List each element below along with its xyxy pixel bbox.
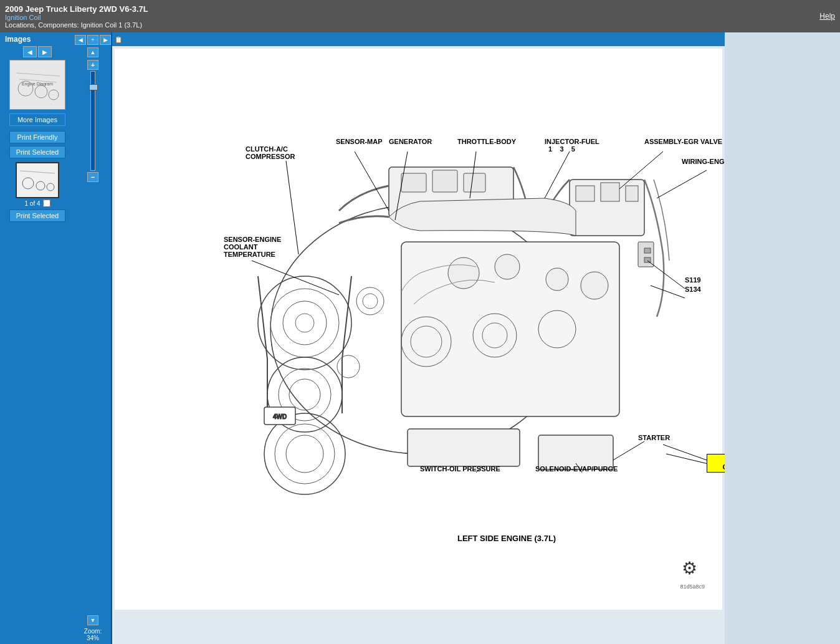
zoom-label-text: Zoom:	[84, 628, 102, 635]
label-left-side-engine: LEFT SIDE ENGINE (3.7L)	[457, 534, 556, 543]
svg-line-59	[545, 151, 570, 198]
label-throttle-body: THROTTLE-BODY	[457, 138, 516, 145]
svg-rect-44	[538, 435, 613, 469]
svg-rect-45	[638, 242, 654, 267]
title-bar: 2009 Jeep Truck Liberty 2WD V6-3.7L Igni…	[0, 0, 840, 32]
diagram-header: 📋	[112, 32, 725, 46]
gear-icon: ⚙	[682, 558, 697, 579]
svg-line-55	[286, 161, 298, 254]
svg-point-21	[275, 424, 335, 484]
title-bar-title: 2009 Jeep Truck Liberty 2WD V6-3.7L	[5, 4, 148, 14]
svg-rect-36	[601, 183, 619, 201]
svg-rect-31	[401, 173, 426, 192]
diagram-header-icon: 📋	[115, 36, 122, 43]
title-bar-category: Ignition Coil	[5, 14, 148, 21]
label-wiring-engine: WIRING-ENGINE	[682, 158, 725, 165]
svg-rect-47	[644, 257, 651, 262]
label-assembly-egr: ASSEMBLY-EGR VALVE	[644, 138, 722, 145]
label-generator: GENERATOR	[389, 138, 432, 145]
engine-svg-container: 4WD	[121, 55, 716, 603]
svg-rect-46	[644, 248, 651, 253]
page-select-checkbox[interactable]	[43, 199, 50, 207]
label-sensor-map: SENSOR-MAP	[336, 138, 383, 145]
svg-rect-33	[464, 173, 485, 192]
nav-forward-btn[interactable]: ▶	[100, 35, 111, 45]
svg-point-29	[337, 355, 360, 378]
zoom-slider-container: + −	[87, 60, 98, 615]
pan-down-controls: ▼	[87, 615, 98, 625]
prev-arrow-btn[interactable]: ◀	[23, 46, 37, 57]
svg-point-39	[448, 257, 479, 289]
svg-rect-32	[432, 170, 457, 192]
svg-point-22	[286, 435, 323, 473]
print-selected-button-top[interactable]: Print Selected	[9, 146, 65, 158]
svg-line-24	[342, 276, 351, 359]
selected-thumbnail[interactable]	[16, 162, 59, 198]
svg-point-27	[356, 287, 384, 315]
page-indicator: 1 of 4	[24, 200, 40, 207]
svg-point-13	[258, 276, 351, 370]
svg-line-23	[258, 276, 267, 359]
svg-point-28	[363, 294, 378, 309]
label-clutch-ac: CLUTCH-A/CCOMPRESSOR	[246, 145, 295, 160]
images-label: Images	[5, 35, 31, 44]
nav-arrows-row: ◀ ▶	[23, 46, 52, 57]
svg-point-16	[295, 314, 314, 332]
svg-point-42	[581, 272, 608, 299]
label-s134: S134	[685, 286, 701, 293]
right-panel	[725, 32, 840, 644]
zoom-thumb[interactable]	[89, 84, 98, 90]
svg-point-41	[546, 268, 568, 291]
print-selected-button-bottom[interactable]: Print Selected	[9, 209, 65, 222]
thumbnail-image[interactable]: Engine Diagram	[10, 60, 65, 109]
thumbnail-container: Engine Diagram	[9, 60, 65, 110]
zoom-plus-button[interactable]: +	[87, 60, 98, 70]
svg-point-15	[283, 301, 327, 345]
svg-rect-37	[626, 186, 638, 201]
svg-line-68	[663, 445, 707, 460]
label-s119: S119	[685, 276, 701, 284]
svg-line-65	[613, 441, 644, 460]
pan-down-btn[interactable]: ▼	[87, 615, 98, 625]
zoom-label: Zoom:	[84, 628, 102, 635]
label-starter: STARTER	[638, 434, 670, 441]
svg-text:4WD: 4WD	[273, 413, 287, 420]
more-images-button[interactable]: More Images	[9, 113, 65, 126]
main-content: 📋	[112, 32, 725, 644]
label-injector-fuel: INJECTOR-FUEL 1 3 5	[545, 138, 599, 153]
pan-controls: ▲	[87, 47, 98, 57]
svg-line-56	[355, 151, 389, 211]
center-nav-panel: ◀ + ▶ ▲ + − ▼ Zoom: 34%	[75, 32, 112, 644]
svg-point-14	[270, 289, 339, 357]
svg-point-40	[495, 254, 520, 279]
coil-ignition-box: 1 3 5 COIL-IGNITION	[707, 454, 725, 473]
zoom-minus-button[interactable]: −	[87, 172, 98, 182]
svg-text:Engine Diagram: Engine Diagram	[22, 82, 53, 87]
zoom-nav-top: ◀ + ▶	[75, 35, 111, 45]
label-switch-oil: SWITCH-OIL PRESSURE	[420, 465, 500, 473]
zoom-track[interactable]	[90, 71, 95, 171]
svg-line-61	[657, 170, 707, 198]
svg-line-63	[647, 261, 685, 289]
next-arrow-btn[interactable]: ▶	[38, 46, 52, 57]
nav-center-btn[interactable]: +	[87, 35, 98, 45]
svg-rect-43	[408, 429, 520, 466]
page-indicator-row: 1 of 4	[24, 199, 50, 207]
pan-up-btn[interactable]: ▲	[87, 47, 98, 57]
selected-thumb-area: 1 of 4	[9, 162, 65, 209]
left-sidebar: Images ◀ ▶ Engine Diagram M	[0, 32, 75, 644]
svg-point-20	[264, 413, 345, 494]
engine-diagram-svg: 4WD	[121, 55, 719, 579]
print-friendly-button[interactable]: Print Friendly	[9, 131, 65, 143]
svg-point-19	[289, 379, 320, 410]
nav-back-btn[interactable]: ◀	[75, 35, 86, 45]
watermark: 81d5a8c9	[680, 584, 705, 590]
label-sensor-engine-coolant: SENSOR-ENGINECOOLANTTEMPERATURE	[224, 236, 281, 258]
main-layout: Images ◀ ▶ Engine Diagram M	[0, 32, 840, 644]
help-link[interactable]: Help	[819, 12, 835, 21]
coil-ignition-label: COIL-IGNITION	[723, 463, 725, 471]
svg-rect-35	[576, 186, 594, 201]
svg-line-64	[651, 286, 685, 298]
title-bar-left: 2009 Jeep Truck Liberty 2WD V6-3.7L Igni…	[5, 4, 148, 29]
zoom-value: 34%	[87, 635, 99, 642]
